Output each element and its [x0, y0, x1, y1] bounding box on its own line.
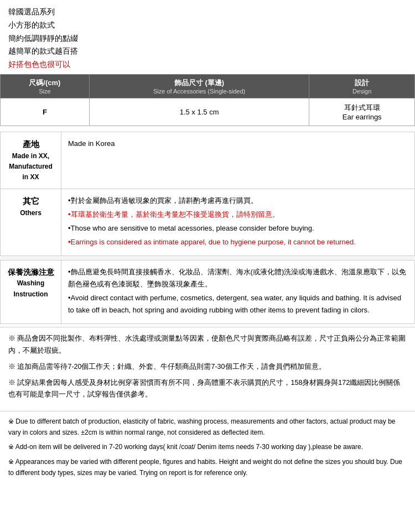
dimension-header: 飾品尺寸 (單邊) Size of Accessories (Single-si…: [89, 74, 309, 98]
en-note-1: ※ Due to different batch of production, …: [8, 416, 407, 439]
size-row: F 1.5 x 1.5 cm 耳針式耳環 Ear earrings: [1, 98, 415, 126]
zh-note-3: ※ 試穿結果會因每人感受及身材比例穿著習慣而有所不同，身高體重不表示購買的尺寸，…: [8, 377, 407, 401]
gap-row: [1, 255, 415, 260]
others-bullet-1: •對於金屬飾品有過敏現象的買家，請斟酌考慮再進行購買。: [68, 195, 408, 207]
info-table-section: 產地 Made in XX, Manufactured in XX Made i…: [0, 132, 415, 324]
zh-note-1: ※ 商品會因不同批製作、布料彈性、水洗處理或測量點等因素，使顏色尺寸與實際商品略…: [8, 333, 407, 357]
en-note-3: ※ Appearances may be varied with differe…: [8, 456, 407, 479]
others-bullet-4: •Earrings is considered as intimate appa…: [68, 236, 408, 248]
origin-content: Made in Korea: [61, 132, 415, 189]
others-row: 其它 Others •對於金屬飾品有過敏現象的買家，請斟酌考慮再進行購買。 •耳…: [1, 189, 415, 255]
intro-line-5: 好搭包色也很可以: [8, 58, 407, 71]
washing-content: •飾品應避免長時間直接接觸香水、化妝品、清潔劑、海水(或液化體)洗澡或海邊戲水、…: [61, 260, 415, 324]
en-notes-section: ※ Due to different batch of production, …: [0, 411, 415, 488]
size-table: 尺碼/(cm) Size 飾品尺寸 (單邊) Size of Accessori…: [0, 74, 415, 126]
info-table: 產地 Made in XX, Manufactured in XX Made i…: [0, 132, 415, 324]
design-header: 設計 Design: [309, 74, 415, 98]
origin-label: 產地 Made in XX, Manufactured in XX: [1, 132, 61, 189]
washing-bullet-2: •Avoid direct contact with perfume, cosm…: [68, 292, 408, 316]
washing-label: 保養洗滌注意 Washing Instruction: [1, 260, 61, 324]
size-header: 尺碼/(cm) Size: [1, 74, 90, 98]
others-label: 其它 Others: [1, 189, 61, 255]
others-content: •對於金屬飾品有過敏現象的買家，請斟酌考慮再進行購買。 •耳環基於衛生考量，基於…: [61, 189, 415, 255]
washing-bullet-1: •飾品應避免長時間直接接觸香水、化妝品、清潔劑、海水(或液化體)洗澡或海邊戲水、…: [68, 266, 408, 290]
en-note-2: ※ Add-on item will be delivered in 7-20 …: [8, 441, 407, 452]
intro-line-3: 簡約低調靜靜的點綴: [8, 32, 407, 45]
size-cell: F: [1, 98, 90, 126]
intro-line-2: 小方形的款式: [8, 19, 407, 32]
dimension-cell: 1.5 x 1.5 cm: [89, 98, 309, 126]
washing-row: 保養洗滌注意 Washing Instruction •飾品應避免長時間直接接觸…: [1, 260, 415, 324]
others-bullet-2: •耳環基於衛生考量，基於衛生考量恕不接受退換貨，請特別留意。: [68, 208, 408, 221]
design-cell: 耳針式耳環 Ear earrings: [309, 98, 415, 126]
intro-section: 韓國選品系列 小方形的款式 簡約低調靜靜的點綴 越簡單的款式越百搭 好搭包色也很…: [0, 0, 415, 74]
size-table-section: 尺碼/(cm) Size 飾品尺寸 (單邊) Size of Accessori…: [0, 74, 415, 126]
zh-note-2: ※ 追加商品需等待7-20個工作天；針織、外套、牛仔類商品則需7-30個工作天，…: [8, 361, 407, 373]
intro-line-4: 越簡單的款式越百搭: [8, 45, 407, 58]
intro-line-1: 韓國選品系列: [8, 6, 407, 19]
others-bullet-3: •Those who are sensitive to metal acesso…: [68, 222, 408, 234]
origin-row: 產地 Made in XX, Manufactured in XX Made i…: [1, 132, 415, 189]
zh-notes-section: ※ 商品會因不同批製作、布料彈性、水洗處理或測量點等因素，使顏色尺寸與實際商品略…: [0, 327, 415, 410]
